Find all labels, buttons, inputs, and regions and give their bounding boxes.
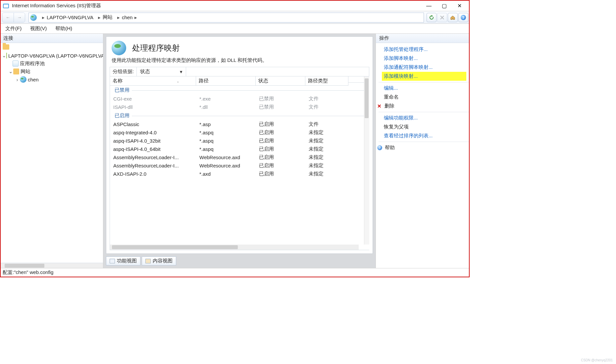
action-revert-parent[interactable]: 恢复为父项 [382,122,466,131]
delete-icon: ✕ [377,103,382,109]
action-rename[interactable]: 重命名 [382,93,466,102]
col-path[interactable]: 路径 [196,76,256,86]
action-edit-feature-permissions[interactable]: 编辑功能权限... [382,114,466,122]
tree-apppool[interactable]: 应用程序池 [20,61,45,67]
home-button[interactable] [448,13,458,22]
help-icon: ? [377,145,382,150]
grid-row[interactable]: aspq-ISAPI-4.0_64bit*.aspq已启用未指定 [110,145,369,153]
features-view-icon [110,259,115,263]
grid-row[interactable]: ASPClassic*.asp已启用文件 [110,120,369,128]
grid-row[interactable]: AXD-ISAPI-2.0*.axd已启用未指定 [110,170,369,178]
breadcrumb[interactable]: ▸LAPTOP-V6NGPLVA ▸网站 ▸chen▸ [28,13,424,23]
twisty-server[interactable]: ⌄ [2,53,6,59]
action-add-managed-handler[interactable]: 添加托管处理程序... [382,45,466,54]
help-button[interactable]: ? [458,13,468,22]
group-by-label: 分组依据: [110,67,137,76]
crumb-host[interactable]: LAPTOP-V6NGPLVA [47,15,93,20]
folder-icon[interactable] [3,44,9,50]
menu-view[interactable]: 视图(V) [30,25,47,32]
app-icon [3,3,9,9]
page-title: 处理程序映射 [132,43,180,53]
tree-hscroll[interactable] [1,263,103,268]
grid-row[interactable]: AssemblyResourceLoader-I...WebResource.a… [110,153,369,161]
group-enabled[interactable]: 已启用 [110,111,369,120]
grid-row[interactable]: AssemblyResourceLoader-I...WebResource.a… [110,161,369,170]
server-icon [6,53,7,59]
status-bar: 配置:"chen" web.config CSDN @chenyq2201 [1,268,469,277]
grid-row[interactable]: CGI-exe*.exe已禁用文件 [110,95,369,103]
col-name[interactable]: 名称 [110,76,196,86]
twisty-sites[interactable]: ⌄ [8,68,13,74]
svg-rect-2 [4,4,8,5]
connections-title: 连接 [1,34,103,43]
minimize-button[interactable]: — [421,1,436,11]
close-button[interactable]: ✕ [452,1,467,11]
crumb-sites[interactable]: 网站 [103,14,113,21]
stop-button[interactable] [437,13,447,22]
action-help[interactable]: ?帮助 [376,143,466,152]
col-pathtype[interactable]: 路径类型 [305,76,348,86]
grid-vscroll[interactable] [364,76,369,245]
group-disabled[interactable]: 已禁用 [110,86,369,95]
actions-title: 操作 [376,34,469,43]
menu-file[interactable]: 文件(F) [5,25,22,32]
grid-row[interactable]: aspq-ISAPI-4.0_32bit*.aspq已启用未指定 [110,137,369,145]
col-state[interactable]: 状态 [256,76,305,86]
content-view-icon [145,259,151,263]
maximize-button[interactable]: ▢ [436,1,452,11]
nav-toolbar: ← → ▸LAPTOP-V6NGPLVA ▸网站 ▸chen▸ ? [1,11,469,24]
separator [379,142,470,142]
main-panel: 处理程序映射 使用此功能指定处理特定请求类型的响应的资源，如 DLL 和托管代码… [106,36,373,254]
svg-rect-1 [4,5,8,8]
forward-button[interactable]: → [14,13,25,22]
apppool-icon [13,61,19,67]
sites-folder-icon [13,68,19,74]
back-button[interactable]: ← [2,13,14,22]
crumb-site-chen[interactable]: chen [122,15,133,20]
action-add-module-map[interactable]: 添加模块映射... [382,72,466,81]
window-title: Internet Information Services (IIS)管理器 [12,3,421,9]
action-add-wildcard-script-map[interactable]: 添加通配符脚本映射... [382,63,466,72]
group-by-select[interactable]: 状态▾ [137,67,186,76]
separator [379,112,470,112]
tab-features-view[interactable]: 功能视图 [106,256,140,265]
menu-bar: 文件(F) 视图(V) 帮助(H) [1,24,469,34]
tree-sites[interactable]: 网站 [21,68,30,75]
status-text: 配置:"chen" web.config [3,269,53,276]
tab-content-view[interactable]: 内容视图 [142,256,176,265]
action-edit[interactable]: 编辑... [382,84,466,93]
grid-body[interactable]: 已禁用 CGI-exe*.exe已禁用文件 ISAPI-dll*.dll已禁用文… [110,86,369,178]
site-icon [20,76,26,83]
grid-row[interactable]: ISAPI-dll*.dll已禁用文件 [110,103,369,111]
connections-tree[interactable]: ⌄LAPTOP-V6NGPLVA (LAPTOP-V6NGPLVA\user) … [1,51,103,263]
separator [379,82,470,82]
grid-row[interactable]: aspq-Integrated-4.0*.aspq已启用未指定 [110,128,369,137]
refresh-button[interactable] [427,13,436,22]
connections-pane: 连接 ⌄LAPTOP-V6NGPLVA (LAPTOP-V6NGPLVA\use… [1,34,103,268]
grid-header[interactable]: 名称 路径 状态 路径类型 [110,76,369,86]
feature-icon [112,41,126,55]
grid-hscroll[interactable] [110,245,359,250]
menu-help[interactable]: 帮助(H) [55,25,72,32]
handler-grid: 名称 路径 状态 路径类型 已禁用 CGI-exe*.exe已禁用文件 ISAP… [110,76,369,250]
page-description: 使用此功能指定处理特定请求类型的响应的资源，如 DLL 和托管代码。 [106,57,373,67]
tree-server[interactable]: LAPTOP-V6NGPLVA (LAPTOP-V6NGPLVA\user) [8,53,103,59]
action-add-script-map[interactable]: 添加脚本映射... [382,54,466,63]
title-bar: Internet Information Services (IIS)管理器 —… [1,1,469,11]
action-view-ordered-list[interactable]: 查看经过排序的列表... [382,131,466,140]
action-delete[interactable]: ✕删除 [376,102,466,111]
globe-icon [30,14,37,21]
twisty-chen[interactable]: › [15,77,20,82]
actions-pane: 操作 添加托管处理程序... 添加脚本映射... 添加通配符脚本映射... 添加… [376,34,469,268]
tree-site-chen[interactable]: chen [28,77,39,82]
